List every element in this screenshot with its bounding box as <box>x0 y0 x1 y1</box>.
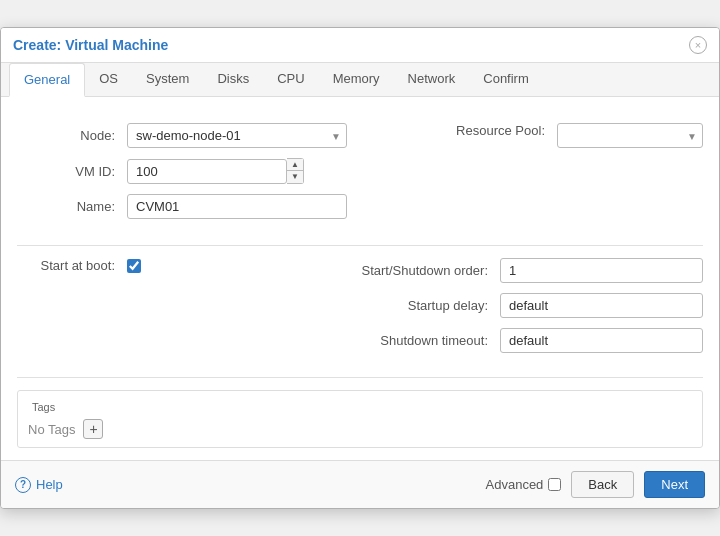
start-at-boot-checkbox-wrapper <box>127 259 141 273</box>
form-content: Node: sw-demo-node-01 ▼ Resource Pool: ▼ <box>1 97 719 448</box>
start-shutdown-order-input[interactable] <box>500 258 703 283</box>
name-row: Name: <box>17 194 703 219</box>
start-at-boot-row: Start at boot: <box>17 258 350 273</box>
tags-section: Tags No Tags + <box>17 390 703 448</box>
name-input[interactable] <box>127 194 347 219</box>
footer-right: Advanced Back Next <box>486 471 705 498</box>
create-vm-dialog: Create: Virtual Machine × General OS Sys… <box>0 27 720 509</box>
close-icon: × <box>695 39 701 51</box>
advanced-label[interactable]: Advanced <box>486 477 562 492</box>
dialog-title-bar: Create: Virtual Machine × <box>1 28 719 63</box>
vm-id-row: VM ID: ▲ ▼ <box>17 158 703 184</box>
left-col: Start at boot: <box>17 258 360 363</box>
vm-id-label: VM ID: <box>17 164 127 179</box>
add-tag-button[interactable]: + <box>83 419 103 439</box>
start-shutdown-order-label: Start/Shutdown order: <box>360 263 500 278</box>
resource-pool-select[interactable] <box>557 123 703 148</box>
node-row: Node: sw-demo-node-01 ▼ Resource Pool: ▼ <box>17 123 703 148</box>
vm-id-input[interactable] <box>127 159 287 184</box>
help-button[interactable]: ? Help <box>15 477 63 493</box>
vm-id-decrement[interactable]: ▼ <box>287 171 303 183</box>
tags-row: No Tags + <box>28 419 692 439</box>
start-at-boot-label: Start at boot: <box>17 258 127 273</box>
tab-confirm[interactable]: Confirm <box>469 63 543 97</box>
tab-network[interactable]: Network <box>394 63 470 97</box>
help-icon: ? <box>15 477 31 493</box>
startup-delay-input[interactable] <box>500 293 703 318</box>
tab-memory[interactable]: Memory <box>319 63 394 97</box>
right-col: Start/Shutdown order: Startup delay: Shu… <box>360 258 703 363</box>
startup-delay-row: Startup delay: <box>360 293 703 318</box>
resource-pool-wrapper: ▼ <box>557 123 703 148</box>
resource-pool-section: Resource Pool: ▼ <box>427 123 703 148</box>
shutdown-timeout-row: Shutdown timeout: <box>360 328 703 353</box>
vm-id-spinner: ▲ ▼ <box>287 158 304 184</box>
dialog-title: Create: Virtual Machine <box>13 37 168 53</box>
vm-id-wrapper: ▲ ▼ <box>127 158 304 184</box>
tab-system[interactable]: System <box>132 63 203 97</box>
tab-disks[interactable]: Disks <box>203 63 263 97</box>
advanced-checkbox[interactable] <box>548 478 561 491</box>
tab-general[interactable]: General <box>9 63 85 97</box>
vm-id-increment[interactable]: ▲ <box>287 159 303 171</box>
dialog-footer: ? Help Advanced Back Next <box>1 460 719 508</box>
node-label: Node: <box>17 128 127 143</box>
node-select[interactable]: sw-demo-node-01 <box>127 123 347 148</box>
shutdown-timeout-label: Shutdown timeout: <box>360 333 500 348</box>
close-button[interactable]: × <box>689 36 707 54</box>
next-button[interactable]: Next <box>644 471 705 498</box>
tags-title: Tags <box>28 401 59 413</box>
boot-two-col: Start at boot: Start/Shutdown order: <box>17 258 703 363</box>
startup-delay-label: Startup delay: <box>360 298 500 313</box>
start-shutdown-order-row: Start/Shutdown order: <box>360 258 703 283</box>
node-select-wrapper: sw-demo-node-01 ▼ <box>127 123 347 148</box>
name-label: Name: <box>17 199 127 214</box>
tab-bar: General OS System Disks CPU Memory Netwo… <box>1 63 719 97</box>
no-tags-label: No Tags <box>28 422 75 437</box>
shutdown-timeout-input[interactable] <box>500 328 703 353</box>
basic-info-section: Node: sw-demo-node-01 ▼ Resource Pool: ▼ <box>17 123 703 246</box>
back-button[interactable]: Back <box>571 471 634 498</box>
help-label: Help <box>36 477 63 492</box>
start-at-boot-checkbox[interactable] <box>127 259 141 273</box>
tab-os[interactable]: OS <box>85 63 132 97</box>
resource-pool-label: Resource Pool: <box>427 123 557 138</box>
tab-cpu[interactable]: CPU <box>263 63 318 97</box>
boot-section: Start at boot: Start/Shutdown order: <box>17 246 703 378</box>
